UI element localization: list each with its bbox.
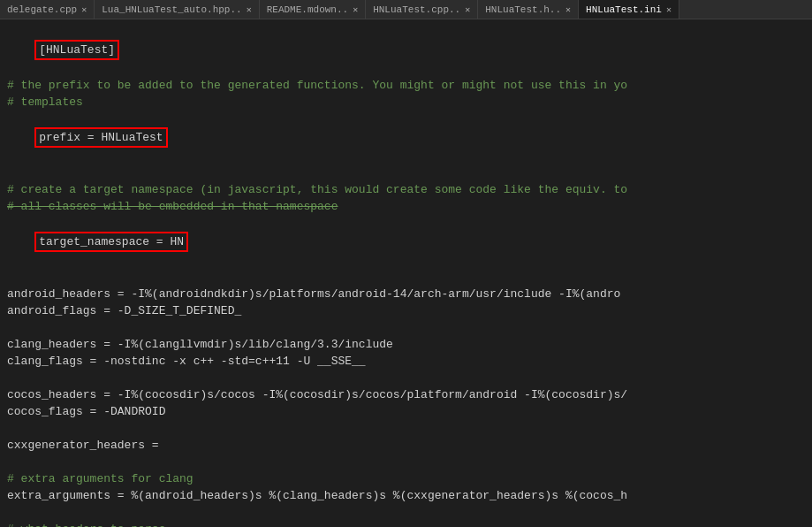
- code-area: [HNLuaTest] # the prefix to be added to …: [0, 19, 812, 527]
- code-line: android_headers = -I%(androidndkdir)s/pl…: [7, 286, 805, 302]
- code-line: # create a target namespace (in javascri…: [7, 181, 805, 198]
- code-line: # templates: [7, 94, 805, 111]
- code-line: clang_flags = -nostdinc -x c++ -std=c++1…: [7, 353, 805, 370]
- tab-bar: delegate.cpp ✕ Lua_HNLuaTest_auto.hpp.. …: [0, 0, 812, 19]
- code-line: [7, 504, 805, 521]
- code-line: cocos_flags = -DANDROID: [7, 403, 805, 420]
- code-line: [7, 370, 805, 386]
- code-line: [7, 420, 805, 437]
- code-line: cocos_headers = -I%(cocosdir)s/cocos -I%…: [7, 386, 805, 403]
- code-line: # extra arguments for clang: [7, 470, 805, 487]
- code-line: [7, 454, 805, 470]
- code-line: prefix = HNLuaTest: [7, 111, 805, 164]
- tab-hnluatest-cpp[interactable]: HNLuaTest.cpp.. ✕: [366, 0, 478, 19]
- code-line: # the prefix to be added to the generate…: [7, 77, 805, 94]
- tab-hnluatest-h[interactable]: HNLuaTest.h.. ✕: [478, 0, 579, 19]
- tab-readme[interactable]: README.mdown.. ✕: [260, 0, 366, 19]
- code-line: [7, 269, 805, 286]
- code-line: [7, 164, 805, 181]
- code-line: [7, 319, 805, 336]
- code-line: [HNLuaTest]: [7, 23, 805, 77]
- code-line: # what headers to parse: [7, 521, 805, 527]
- tab-hnluatest-ini[interactable]: HNLuaTest.ini ✕: [579, 0, 679, 19]
- tab-delegate[interactable]: delegate.cpp ✕: [0, 0, 95, 19]
- code-line: extra_arguments = %(android_headers)s %(…: [7, 487, 805, 504]
- tab-lua-hnlua[interactable]: Lua_HNLuaTest_auto.hpp.. ✕: [95, 0, 259, 19]
- code-line: # all classes will be embedded in that n…: [7, 198, 805, 215]
- code-line: android_flags = -D_SIZE_T_DEFINED_: [7, 302, 805, 319]
- code-line: clang_headers = -I%(clangllvmdir)s/lib/c…: [7, 336, 805, 353]
- code-line: target_namespace = HN: [7, 215, 805, 269]
- code-line: cxxgenerator_headers =: [7, 437, 805, 454]
